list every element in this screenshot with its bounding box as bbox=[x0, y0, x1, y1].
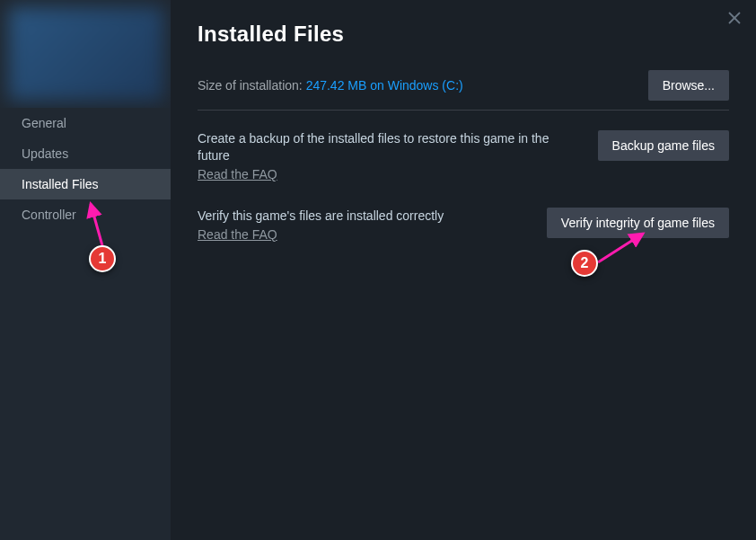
sidebar-item-general[interactable]: General bbox=[0, 108, 171, 138]
annotation-marker-1: 1 bbox=[89, 245, 116, 272]
divider bbox=[198, 110, 729, 111]
game-header-image bbox=[0, 0, 171, 108]
page-title: Installed Files bbox=[198, 22, 729, 47]
backup-game-files-button[interactable]: Backup game files bbox=[598, 130, 729, 161]
verify-faq-link[interactable]: Read the FAQ bbox=[198, 227, 277, 242]
annotation-marker-2: 2 bbox=[571, 250, 598, 277]
main-panel: Installed Files Size of installation: 24… bbox=[171, 0, 756, 540]
verify-integrity-button[interactable]: Verify integrity of game files bbox=[547, 208, 729, 238]
sidebar: General Updates Installed Files Controll… bbox=[0, 0, 171, 540]
backup-faq-link[interactable]: Read the FAQ bbox=[198, 167, 277, 181]
backup-description: Create a backup of the installed files t… bbox=[198, 130, 575, 164]
sidebar-item-installed-files[interactable]: Installed Files bbox=[0, 169, 171, 199]
browse-button[interactable]: Browse... bbox=[648, 70, 729, 101]
install-size-value[interactable]: 247.42 MB on Windows (C:) bbox=[306, 78, 463, 93]
sidebar-item-controller[interactable]: Controller bbox=[0, 199, 171, 230]
close-icon[interactable] bbox=[725, 9, 743, 27]
install-size-label: Size of installation: bbox=[198, 78, 306, 93]
sidebar-item-updates[interactable]: Updates bbox=[0, 138, 171, 169]
verify-description: Verify this game's files are installed c… bbox=[198, 208, 529, 225]
install-size-text: Size of installation: 247.42 MB on Windo… bbox=[198, 77, 463, 93]
